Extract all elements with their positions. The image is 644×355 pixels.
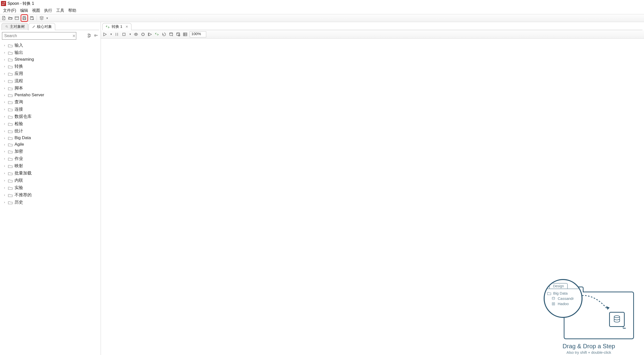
tree-item-label: Pentaho Server [15, 93, 44, 98]
tab-core-objects-label: 核心对象 [37, 24, 52, 29]
tree-item[interactable]: ›历史 [3, 199, 99, 206]
expand-icon[interactable]: › [3, 129, 6, 133]
explore-repo-icon[interactable] [14, 15, 20, 21]
tree-item[interactable]: ›连接 [3, 106, 99, 113]
menu-tools[interactable]: 工具 [54, 8, 66, 14]
pause-icon[interactable] [114, 32, 119, 37]
canvas[interactable]: Design Big Data Cassandr Hadoo Drag & Dr… [101, 39, 644, 355]
svg-rect-10 [123, 33, 125, 36]
tree-item[interactable]: ›检验 [3, 120, 99, 127]
expand-icon[interactable]: › [3, 86, 6, 90]
folder-icon [8, 51, 13, 54]
perspectives-icon[interactable] [39, 15, 44, 21]
save-icon[interactable] [22, 15, 27, 21]
expand-icon[interactable]: › [3, 43, 6, 47]
tree-item[interactable]: ›输入 [3, 42, 99, 49]
debug-icon[interactable] [140, 32, 146, 37]
menubar: 文件(F) 编辑 视图 执行 工具 帮助 [0, 7, 644, 14]
svg-rect-1 [2, 4, 3, 5]
expand-icon[interactable]: › [3, 58, 6, 61]
expand-icon[interactable]: › [3, 143, 6, 146]
sql-icon[interactable] [169, 32, 174, 37]
expand-icon[interactable]: › [3, 171, 6, 175]
preview-icon[interactable] [133, 32, 138, 37]
close-tab-icon[interactable]: ✕ [125, 25, 128, 29]
expand-icon[interactable]: › [3, 107, 6, 111]
expand-icon[interactable]: › [3, 64, 6, 68]
tree-item[interactable]: ›映射 [3, 162, 99, 169]
tree-item[interactable]: ›流程 [3, 77, 99, 84]
tree-item[interactable]: ›Streaming [3, 56, 99, 63]
tree-item[interactable]: ›Pentaho Server [3, 92, 99, 98]
perspectives-dropdown-icon[interactable]: ▼ [46, 17, 48, 20]
tree-item[interactable]: ›作业 [3, 155, 99, 162]
expand-icon[interactable]: › [3, 149, 6, 153]
tree-item[interactable]: ›实验 [3, 184, 99, 191]
tab-main-tree[interactable]: 主对象树 [2, 23, 28, 30]
tree-item[interactable]: ›加密 [3, 148, 99, 155]
clear-search-icon[interactable]: ✕ [72, 34, 76, 38]
menu-file[interactable]: 文件(F) [1, 8, 18, 14]
tree-item-label: 连接 [15, 106, 23, 112]
replay-icon[interactable] [148, 32, 153, 37]
explore-db-icon[interactable] [176, 32, 181, 37]
tree-item[interactable]: ›应用 [3, 70, 99, 77]
expand-icon[interactable]: › [3, 122, 6, 126]
tree-item[interactable]: ›不推荐的 [3, 191, 99, 199]
tree-item-label: 作业 [15, 156, 23, 161]
tree-item[interactable]: ›查询 [3, 98, 99, 106]
menu-help[interactable]: 帮助 [66, 8, 78, 14]
svg-rect-5 [31, 17, 33, 18]
open-file-icon[interactable] [8, 15, 13, 21]
menu-edit[interactable]: 编辑 [18, 8, 30, 14]
editor-area: 转换 1 ✕ ▼ ▼ 100% ⌄ [101, 22, 644, 355]
collapse-tree-icon[interactable] [94, 33, 99, 39]
expand-icon[interactable]: › [3, 164, 6, 168]
hint-lens-graphic: Design Big Data Cassandr Hadoo [544, 279, 583, 318]
expand-icon[interactable]: › [3, 136, 6, 140]
zoom-select[interactable]: 100% [190, 31, 206, 37]
verify-icon[interactable] [155, 32, 160, 37]
tree-item[interactable]: ›脚本 [3, 84, 99, 92]
expand-icon[interactable]: › [3, 200, 6, 204]
tree-item-label: 检验 [15, 121, 23, 127]
expand-icon[interactable]: › [3, 186, 6, 190]
run-dropdown-icon[interactable]: ▼ [110, 33, 112, 36]
tree-item[interactable]: ›Agile [3, 141, 99, 148]
steps-tree[interactable]: ›输入›输出›Streaming›转换›应用›流程›脚本›Pentaho Ser… [2, 41, 99, 355]
tree-item[interactable]: ›转换 [3, 63, 99, 70]
expand-icon[interactable]: › [3, 72, 6, 75]
menu-view[interactable]: 视图 [30, 8, 42, 14]
tree-item-label: 内联 [15, 177, 23, 183]
new-file-icon[interactable] [1, 15, 7, 21]
expand-icon[interactable]: › [3, 93, 6, 97]
menu-run[interactable]: 执行 [42, 8, 54, 14]
tree-item[interactable]: ›批量加载 [3, 169, 99, 177]
tree-item[interactable]: ›输出 [3, 49, 99, 56]
impact-icon[interactable] [162, 32, 167, 37]
tree-item[interactable]: ›数据仓库 [3, 113, 99, 120]
tree-item[interactable]: ›Big Data [3, 135, 99, 141]
expand-icon[interactable]: › [3, 100, 6, 104]
expand-icon[interactable]: › [3, 157, 6, 160]
main-toolbar: ▼ [0, 14, 644, 22]
stop-icon[interactable] [121, 32, 126, 37]
expand-icon[interactable]: › [3, 79, 6, 83]
search-input[interactable] [2, 32, 76, 40]
tab-core-objects[interactable]: 核心对象 [29, 23, 55, 30]
svg-rect-8 [88, 36, 89, 37]
expand-icon[interactable]: › [3, 179, 6, 182]
tree-item[interactable]: ›统计 [3, 127, 99, 135]
stop-dropdown-icon[interactable]: ▼ [129, 33, 131, 36]
expand-icon[interactable]: › [3, 193, 6, 197]
expand-tree-icon[interactable] [88, 33, 92, 39]
app-icon [1, 1, 6, 6]
tree-item-label: 查询 [15, 99, 23, 105]
expand-icon[interactable]: › [3, 51, 6, 54]
tree-item[interactable]: ›内联 [3, 177, 99, 184]
save-as-icon[interactable] [29, 15, 35, 21]
editor-tab[interactable]: 转换 1 ✕ [102, 23, 131, 30]
expand-icon[interactable]: › [3, 115, 6, 118]
show-results-icon[interactable] [183, 32, 188, 37]
run-icon[interactable] [102, 32, 107, 37]
